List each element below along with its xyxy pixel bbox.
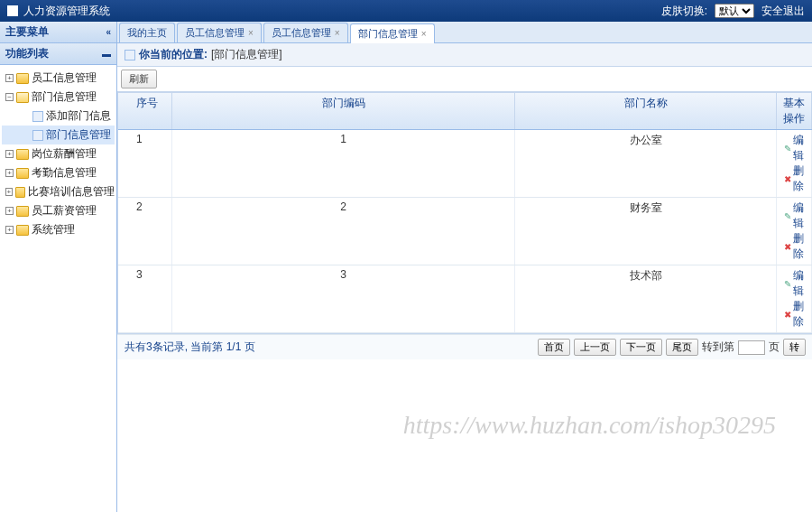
cell-code: 2	[172, 198, 515, 265]
skin-select[interactable]: 默认	[715, 4, 754, 18]
edit-link[interactable]: ✎编辑	[784, 133, 804, 163]
col-header-seq[interactable]: 序号	[118, 93, 172, 129]
close-icon[interactable]: ×	[421, 29, 427, 39]
tree-node[interactable]: +系统管理	[2, 220, 115, 239]
skin-label: 皮肤切换:	[661, 4, 707, 19]
cell-seq: 2	[118, 198, 172, 265]
cell-code: 1	[172, 130, 515, 197]
edit-icon: ✎	[784, 211, 791, 221]
tab-label: 员工信息管理	[185, 26, 245, 40]
tree-label: 系统管理	[32, 222, 75, 237]
tree-node[interactable]: +岗位薪酬管理	[2, 144, 115, 163]
pager-next-button[interactable]: 下一页	[620, 339, 662, 356]
tree-label: 比赛培训信息管理	[28, 184, 115, 200]
tab[interactable]: 员工信息管理×	[263, 23, 348, 42]
folder-icon	[16, 206, 29, 217]
main-content: 我的主页员工信息管理×员工信息管理×部门信息管理× 你当前的位置: [部门信息管…	[117, 22, 812, 512]
cell-seq: 1	[118, 130, 172, 197]
pager-goto-label: 转到第	[702, 340, 734, 355]
table-row: 3 3 技术部 ✎编辑 ✖删除	[118, 265, 812, 333]
function-list-header[interactable]: 功能列表 ▬	[0, 43, 116, 65]
tree-node[interactable]: +比赛培训信息管理	[2, 182, 115, 201]
folder-icon	[16, 225, 29, 236]
close-icon[interactable]: ×	[248, 28, 254, 38]
tab-label: 部门信息管理	[358, 27, 418, 41]
plus-icon[interactable]: +	[5, 150, 14, 158]
tree-label: 岗位薪酬管理	[32, 146, 97, 162]
tree-label: 部门信息管理	[32, 89, 97, 105]
breadcrumb-label: 你当前的位置:	[139, 47, 208, 62]
table-row: 2 2 财务室 ✎编辑 ✖删除	[118, 198, 812, 265]
close-icon[interactable]: ×	[335, 28, 340, 38]
plus-icon[interactable]: +	[5, 169, 14, 177]
cell-ops: ✎编辑 ✖删除	[777, 198, 812, 265]
tree-label: 员工薪资管理	[32, 203, 97, 219]
cell-code: 3	[172, 265, 515, 332]
plus-icon[interactable]: +	[5, 207, 14, 215]
leaf-icon	[32, 130, 43, 141]
tree-node[interactable]: +员工信息管理	[2, 69, 115, 88]
pager-info: 共有3条记录, 当前第 1/1 页	[125, 340, 255, 355]
pager-first-button[interactable]: 首页	[538, 339, 570, 356]
tree-label: 部门信息管理	[46, 127, 111, 143]
pager-prev-button[interactable]: 上一页	[574, 339, 616, 356]
tab-label: 我的主页	[127, 26, 167, 40]
cell-name: 办公室	[515, 130, 777, 197]
col-header-ops[interactable]: 基本操作	[777, 93, 812, 129]
delete-icon: ✖	[784, 174, 791, 184]
collapse-left-icon[interactable]: «	[106, 27, 111, 37]
edit-link[interactable]: ✎编辑	[784, 268, 804, 299]
plus-icon[interactable]: +	[5, 188, 13, 196]
col-header-code[interactable]: 部门编码	[172, 93, 515, 129]
tree-spacer	[22, 131, 30, 139]
delete-link[interactable]: ✖删除	[784, 299, 804, 330]
refresh-button[interactable]: 刷新	[121, 70, 157, 88]
tree-node[interactable]: +员工薪资管理	[2, 201, 115, 220]
tab-bar: 我的主页员工信息管理×员工信息管理×部门信息管理×	[117, 22, 812, 43]
function-list-title: 功能列表	[5, 46, 49, 61]
col-header-name[interactable]: 部门名称	[515, 93, 777, 129]
tree-node[interactable]: −部门信息管理	[2, 88, 115, 107]
tree-label: 添加部门信息	[46, 108, 111, 124]
folder-icon	[16, 149, 29, 160]
logout-link[interactable]: 安全退出	[761, 4, 805, 19]
collapse-up-icon[interactable]: ▬	[102, 49, 111, 59]
tree-label: 考勤信息管理	[32, 165, 97, 181]
edit-icon: ✎	[784, 279, 791, 289]
tree-node[interactable]: +考勤信息管理	[2, 163, 115, 182]
breadcrumb-path: [部门信息管理]	[211, 47, 282, 62]
edit-link[interactable]: ✎编辑	[784, 200, 804, 231]
cell-name: 技术部	[515, 265, 777, 332]
plus-icon[interactable]: +	[5, 74, 14, 82]
tab[interactable]: 我的主页	[119, 23, 175, 42]
tree-label: 员工信息管理	[32, 70, 97, 86]
delete-icon: ✖	[784, 242, 791, 252]
cell-name: 财务室	[515, 198, 777, 265]
delete-link[interactable]: ✖删除	[784, 163, 804, 194]
pager-page-unit: 页	[769, 340, 780, 355]
cell-seq: 3	[118, 265, 172, 332]
tab[interactable]: 员工信息管理×	[177, 23, 262, 42]
cell-ops: ✎编辑 ✖删除	[777, 130, 812, 197]
pager-last-button[interactable]: 尾页	[666, 339, 698, 356]
tab[interactable]: 部门信息管理×	[350, 23, 435, 43]
main-menu-header: 主要菜单 «	[0, 22, 116, 43]
grid-header: 序号 部门编码 部门名称 基本操作	[118, 93, 812, 130]
main-menu-title: 主要菜单	[5, 24, 49, 40]
toolbar: 刷新	[117, 67, 812, 92]
plus-icon[interactable]: +	[5, 226, 14, 234]
pagination: 共有3条记录, 当前第 1/1 页 首页 上一页 下一页 尾页 转到第 页 转	[117, 334, 812, 359]
data-grid: 序号 部门编码 部门名称 基本操作 1 1 办公室 ✎编辑 ✖删除 2 2 财务…	[117, 92, 812, 334]
edit-icon: ✎	[784, 144, 791, 154]
minus-icon[interactable]: −	[5, 93, 14, 101]
leaf-icon	[32, 111, 43, 122]
sidebar: 主要菜单 « 功能列表 ▬ +员工信息管理−部门信息管理添加部门信息部门信息管理…	[0, 22, 117, 512]
tree-child-node[interactable]: 添加部门信息	[2, 107, 115, 126]
delete-link[interactable]: ✖删除	[784, 231, 804, 262]
pager-go-button[interactable]: 转	[783, 339, 806, 356]
cell-ops: ✎编辑 ✖删除	[777, 265, 812, 332]
pager-goto-input[interactable]	[738, 340, 765, 355]
tree-child-node[interactable]: 部门信息管理	[2, 126, 115, 144]
app-icon	[7, 5, 18, 16]
delete-icon: ✖	[784, 310, 791, 320]
